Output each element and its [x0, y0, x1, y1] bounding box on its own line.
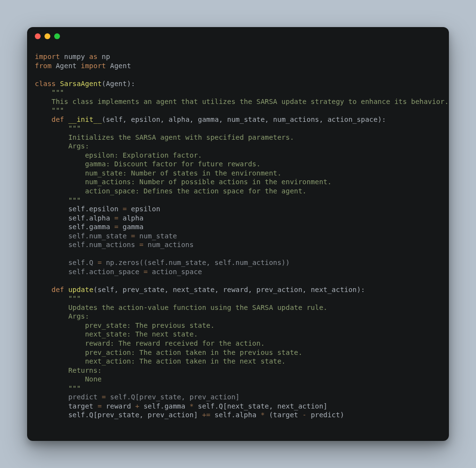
code-token: def — [52, 116, 64, 123]
code-token: Updates the action-value function using … — [35, 304, 327, 311]
code-token — [35, 294, 68, 302]
minimize-icon[interactable] — [45, 33, 50, 39]
code-line: """ — [35, 294, 441, 303]
code-line: from Agent import Agent — [35, 61, 441, 71]
code-line: self.action_space = action_space — [35, 267, 441, 277]
code-token: import — [81, 62, 106, 70]
code-line: epsilon: Exploration factor. — [35, 151, 441, 160]
code-line: action_space: Defines the action space f… — [35, 187, 441, 196]
code-token — [35, 88, 52, 96]
code-line: class SarsaAgent(Agent): — [35, 79, 441, 88]
code-token: num_state — [135, 232, 177, 240]
code-token: reward — [102, 402, 135, 410]
code-token: reward: The reward received for the acti… — [35, 339, 265, 347]
maximize-icon[interactable] — [54, 33, 60, 39]
code-token — [35, 124, 68, 132]
code-token: prev_state: The previous state. — [35, 322, 215, 329]
code-line: import numpy as np — [35, 52, 441, 61]
code-token: target — [35, 402, 98, 410]
code-line: gamma: Discount factor for future reward… — [35, 160, 441, 169]
code-token: SarsaAgent — [60, 80, 102, 88]
code-token: = — [122, 205, 127, 213]
code-line: num_actions: Number of possible actions … — [35, 177, 441, 187]
code-line: self.num_actions = num_actions — [35, 240, 441, 249]
code-window: import numpy as npfrom Agent import Agen… — [27, 27, 449, 441]
code-token: (self, epsilon, alpha, gamma, num_state,… — [102, 116, 386, 123]
code-token: epsilon — [127, 205, 160, 213]
code-token: self.Q[prev_state, prev_action] — [35, 411, 202, 419]
code-token: num_actions — [144, 241, 194, 249]
code-line: """ — [35, 106, 441, 115]
code-line: def __init__(self, epsilon, alpha, gamma… — [35, 115, 441, 124]
code-token: - — [302, 411, 307, 419]
code-token: epsilon: Exploration factor. — [35, 151, 202, 159]
code-line: self.Q[prev_state, prev_action] += self.… — [35, 410, 441, 420]
code-line — [35, 276, 441, 285]
code-line: self.epsilon = epsilon — [35, 205, 441, 214]
code-line: """ — [35, 196, 441, 205]
code-line — [35, 70, 441, 79]
code-token: = — [98, 259, 102, 266]
code-token: predict) — [307, 411, 344, 419]
code-line: Initializes the SARSA agent with specifi… — [35, 133, 441, 142]
code-token: self.epsilon — [35, 205, 122, 213]
code-token — [35, 286, 52, 293]
code-line: self.alpha = alpha — [35, 214, 441, 223]
code-token: """ — [68, 294, 81, 302]
code-token: = — [98, 402, 102, 410]
code-line: """ — [35, 88, 441, 97]
code-line: """ — [35, 124, 441, 133]
code-token: (self, prev_state, next_state, reward, p… — [93, 286, 365, 293]
code-line: None — [35, 375, 441, 384]
code-token: self.Q[next_state, next_action] — [193, 402, 327, 410]
code-token: self.gamma — [139, 402, 190, 410]
code-token: None — [35, 375, 102, 383]
code-line: predict = self.Q[prev_state, prev_action… — [35, 393, 441, 402]
code-token: """ — [52, 88, 64, 96]
code-token: class — [35, 80, 56, 88]
code-token: (target — [265, 411, 302, 419]
code-token — [56, 80, 60, 88]
code-token: = — [139, 241, 144, 249]
code-token: gamma — [119, 223, 144, 231]
code-token: predict — [35, 393, 102, 401]
code-token: Returns: — [35, 366, 102, 374]
code-token: Agent — [52, 62, 81, 70]
code-token: Agent — [106, 62, 131, 70]
code-token: += — [202, 411, 210, 419]
code-line: Args: — [35, 142, 441, 151]
code-token: as — [89, 53, 97, 60]
titlebar — [27, 27, 449, 45]
code-token: def — [52, 286, 64, 293]
code-token: """ — [68, 124, 81, 132]
code-token: np — [98, 53, 110, 60]
code-token: self.action_space — [35, 268, 144, 276]
code-token: numpy — [60, 53, 89, 60]
code-token: self.Q[prev_state, prev_action] — [106, 393, 240, 401]
code-editor[interactable]: import numpy as npfrom Agent import Agen… — [27, 45, 449, 429]
code-token: self.alpha — [210, 411, 261, 419]
code-line: Args: — [35, 312, 441, 321]
code-token: This class implements an agent that util… — [35, 98, 449, 105]
code-line: Updates the action-value function using … — [35, 303, 441, 312]
code-line: reward: The reward received for the acti… — [35, 339, 441, 348]
code-line: next_state: The next state. — [35, 330, 441, 339]
code-token: alpha — [119, 214, 144, 222]
code-token: self.num_actions — [35, 241, 139, 249]
code-line: self.num_state = num_state — [35, 232, 441, 241]
code-token: """ — [35, 196, 81, 204]
code-token: = — [114, 223, 119, 231]
code-token: next_action: The action taken in the nex… — [35, 357, 286, 365]
code-token: from — [35, 62, 52, 70]
code-line: next_action: The action taken in the nex… — [35, 357, 441, 366]
code-token — [35, 116, 52, 123]
code-token: action_space: Defines the action space f… — [35, 187, 307, 195]
code-token: = — [102, 393, 106, 401]
code-line: self.gamma = gamma — [35, 222, 441, 232]
code-token: self.num_state — [35, 232, 131, 240]
code-token: import — [35, 53, 60, 60]
close-icon[interactable] — [35, 33, 41, 39]
code-token: = — [114, 214, 119, 222]
code-token: self.Q — [35, 259, 98, 266]
code-line: target = reward + self.gamma * self.Q[ne… — [35, 402, 441, 411]
